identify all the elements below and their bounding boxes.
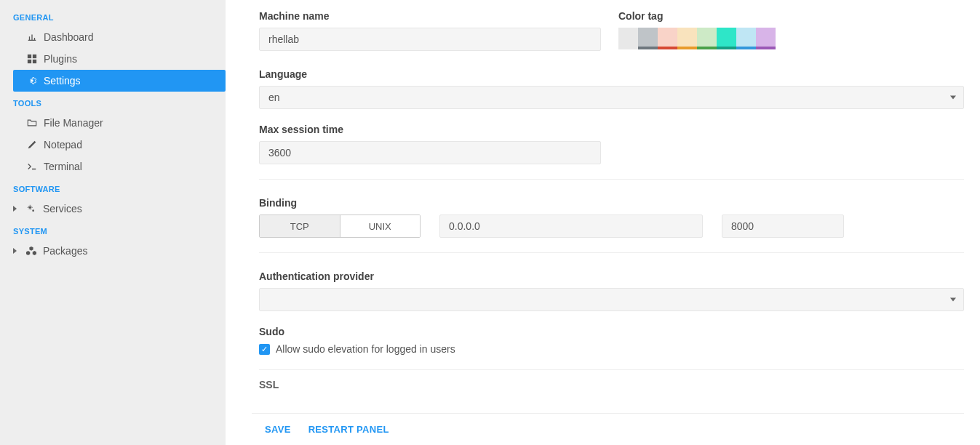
ssl-label: SSL [259, 379, 964, 390]
binding-type-group: TCP UNIX [259, 215, 421, 238]
divider [259, 369, 964, 370]
color-swatch[interactable] [658, 28, 677, 49]
caret-right-icon [13, 248, 17, 254]
color-swatch[interactable] [736, 28, 756, 49]
auth-provider-select-wrap [259, 288, 964, 311]
svg-point-4 [29, 207, 32, 209]
auth-provider-select[interactable] [260, 289, 963, 310]
section-title-tools: TOOLS [0, 92, 226, 112]
section-title-software: SOFTWARE [0, 177, 226, 198]
svg-rect-0 [28, 55, 31, 58]
svg-rect-3 [33, 60, 36, 63]
svg-point-5 [32, 209, 34, 212]
binding-tcp-segment[interactable]: TCP [260, 215, 340, 237]
color-swatch[interactable] [618, 28, 638, 49]
sidebar-item-file-manager[interactable]: File Manager [0, 112, 226, 134]
grid-icon [26, 53, 38, 65]
auth-provider-label: Authentication provider [259, 270, 964, 282]
caret-right-icon [13, 206, 17, 212]
color-swatch[interactable] [677, 28, 697, 49]
sidebar: GENERAL Dashboard Plugins Settings TOOLS… [0, 0, 226, 445]
cubes-icon [25, 245, 37, 257]
main-panel: Machine name Color tag Language en Max s… [226, 0, 980, 445]
machine-name-input[interactable] [259, 28, 601, 51]
terminal-icon [26, 161, 38, 172]
sidebar-item-services[interactable]: Services [0, 198, 226, 220]
gear-icon [26, 75, 38, 87]
language-select[interactable]: en [260, 87, 963, 108]
sudo-checkbox-label: Allow sudo elevation for logged in users [276, 343, 455, 355]
bar-chart-icon [26, 31, 38, 43]
color-swatch[interactable] [638, 28, 658, 49]
sidebar-item-label: Terminal [44, 161, 82, 172]
sudo-checkbox[interactable]: ✓ [259, 344, 270, 355]
divider [259, 179, 964, 180]
binding-port-input[interactable] [722, 215, 844, 238]
color-swatch[interactable] [717, 28, 736, 49]
sidebar-item-dashboard[interactable]: Dashboard [0, 26, 226, 48]
color-tag-list [618, 28, 964, 49]
color-swatch[interactable] [697, 28, 717, 49]
color-swatch[interactable] [756, 28, 776, 49]
sidebar-item-settings[interactable]: Settings [13, 70, 226, 92]
cogs-icon [25, 203, 37, 215]
binding-label: Binding [259, 197, 964, 209]
folder-icon [26, 117, 38, 129]
language-select-wrap: en [259, 86, 964, 109]
save-button[interactable]: SAVE [265, 424, 291, 435]
sidebar-item-label: Packages [43, 245, 87, 257]
sidebar-item-label: Settings [44, 75, 81, 87]
sidebar-item-terminal[interactable]: Terminal [0, 156, 226, 177]
max-session-label: Max session time [259, 124, 601, 135]
color-tag-label: Color tag [618, 10, 964, 22]
sudo-label: Sudo [259, 326, 964, 337]
sidebar-item-plugins[interactable]: Plugins [0, 48, 226, 70]
sidebar-item-label: File Manager [44, 117, 103, 129]
sidebar-item-label: Plugins [44, 53, 77, 65]
sidebar-item-notepad[interactable]: Notepad [0, 134, 226, 156]
sidebar-item-label: Services [43, 203, 82, 215]
divider [259, 252, 964, 253]
machine-name-label: Machine name [259, 10, 601, 22]
binding-host-input[interactable] [439, 215, 703, 238]
restart-panel-button[interactable]: RESTART PANEL [308, 424, 389, 435]
pencil-icon [26, 139, 38, 151]
language-label: Language [259, 68, 964, 80]
section-title-system: SYSTEM [0, 220, 226, 240]
binding-unix-segment[interactable]: UNIX [340, 215, 421, 237]
footer: SAVE RESTART PANEL [252, 413, 964, 445]
sidebar-item-label: Notepad [44, 139, 82, 151]
sidebar-item-label: Dashboard [44, 31, 94, 43]
svg-rect-1 [33, 55, 36, 58]
svg-rect-2 [28, 60, 31, 63]
section-title-general: GENERAL [0, 6, 226, 26]
max-session-input[interactable] [259, 141, 601, 164]
sidebar-item-packages[interactable]: Packages [0, 240, 226, 262]
